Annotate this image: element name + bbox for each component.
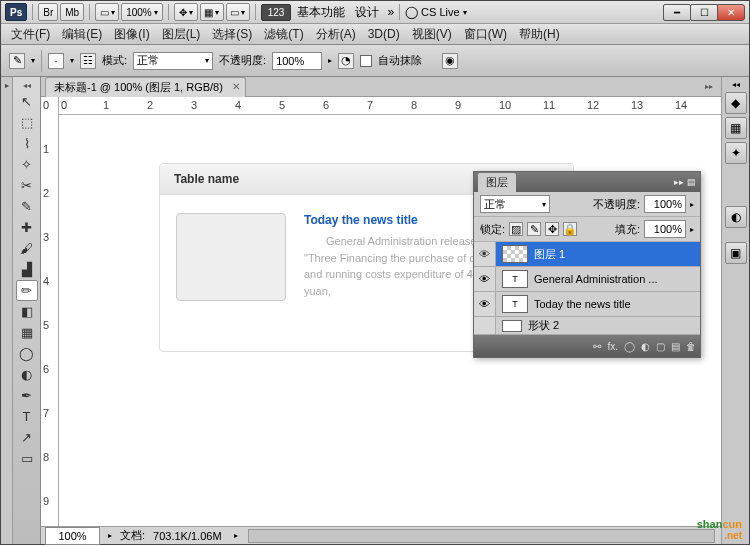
adjustments-panel-icon[interactable]: ◐ — [725, 206, 747, 228]
blend-mode-select[interactable]: 正常▾ — [480, 195, 550, 213]
layer-thumbnail[interactable]: T — [502, 295, 528, 313]
screenmode-dropdown[interactable]: ▭ — [95, 3, 119, 21]
layer-name[interactable]: Today the news title — [534, 298, 631, 310]
new-layer-icon[interactable]: ▤ — [671, 341, 680, 352]
eyedropper-tool[interactable]: ✎ — [16, 196, 38, 217]
layer-thumbnail[interactable] — [502, 245, 528, 263]
lasso-tool[interactable]: ⌇ — [16, 133, 38, 154]
close-button[interactable]: ✕ — [717, 4, 745, 21]
tab-close-icon[interactable]: ✕ — [232, 81, 240, 92]
visibility-icon[interactable]: 👁 — [474, 267, 496, 291]
layer-opacity-label: 不透明度: — [593, 197, 640, 212]
lock-position-icon[interactable]: ✥ — [545, 222, 559, 236]
menu-edit[interactable]: 编辑(E) — [56, 24, 108, 45]
marquee-tool[interactable]: ⬚ — [16, 112, 38, 133]
gradient-tool[interactable]: ▦ — [16, 322, 38, 343]
dock-collapse-arrow[interactable]: ◂◂ — [722, 77, 749, 89]
bridge-button[interactable]: Br — [38, 3, 58, 21]
shape-tool[interactable]: ▭ — [16, 448, 38, 469]
brush-tool[interactable]: 🖌 — [16, 238, 38, 259]
label-123[interactable]: 123 — [261, 4, 292, 21]
path-tool[interactable]: ↗ — [16, 427, 38, 448]
tabs-right-arrow[interactable]: ▸▸ — [705, 82, 717, 91]
mode-select[interactable]: 正常▾ — [133, 52, 213, 70]
panel-menu-icon[interactable]: ▸▸ ▤ — [674, 177, 696, 187]
layers-panel-header[interactable]: 图层 ▸▸ ▤ — [474, 172, 700, 192]
thumbnail-placeholder — [176, 213, 286, 301]
menu-3d[interactable]: 3D(D) — [362, 25, 406, 43]
layers-tab[interactable]: 图层 — [478, 173, 516, 192]
layer-mask-icon[interactable]: ◯ — [624, 341, 635, 352]
layer-row[interactable]: 👁 T Today the news title — [474, 292, 700, 317]
tablet-pressure-icon[interactable]: ◉ — [442, 53, 458, 69]
masks-panel-icon[interactable]: ▣ — [725, 242, 747, 264]
zoom-dropdown[interactable]: 100% — [121, 3, 163, 21]
visibility-icon[interactable] — [474, 317, 496, 334]
brush-panel-icon[interactable]: ☷ — [80, 53, 96, 69]
menu-window[interactable]: 窗口(W) — [458, 24, 513, 45]
lock-transparent-icon[interactable]: ▨ — [509, 222, 523, 236]
delete-layer-icon[interactable]: 🗑 — [686, 341, 696, 352]
document-tab[interactable]: 未标题-1 @ 100% (图层 1, RGB/8)✕ — [45, 77, 246, 97]
layer-row[interactable]: 形状 2 — [474, 317, 700, 335]
screenmode2-dropdown[interactable]: ▭ — [226, 3, 250, 21]
hand-dropdown[interactable]: ✥ — [174, 3, 198, 21]
maximize-button[interactable]: ☐ — [690, 4, 718, 21]
status-zoom[interactable]: 100% — [45, 527, 100, 545]
layer-fx-icon[interactable]: fx. — [607, 341, 618, 352]
layer-row[interactable]: 👁 图层 1 — [474, 242, 700, 267]
layer-name[interactable]: 形状 2 — [528, 318, 559, 333]
brush-preview[interactable]: · — [48, 53, 64, 69]
menu-filter[interactable]: 滤镜(T) — [258, 24, 309, 45]
crop-tool[interactable]: ✂ — [16, 175, 38, 196]
opacity-input[interactable]: 100% — [272, 52, 322, 70]
minimize-button[interactable]: ━ — [663, 4, 691, 21]
menu-help[interactable]: 帮助(H) — [513, 24, 566, 45]
horizontal-scrollbar[interactable] — [248, 529, 715, 543]
layer-row[interactable]: 👁 T General Administration ... — [474, 267, 700, 292]
left-collapse-strip[interactable]: ▸ — [1, 77, 13, 544]
visibility-icon[interactable]: 👁 — [474, 242, 496, 266]
dodge-tool[interactable]: ◐ — [16, 364, 38, 385]
layer-group-icon[interactable]: ▢ — [656, 341, 665, 352]
pencil-tool[interactable]: ✏ — [16, 280, 38, 301]
blur-tool[interactable]: ◯ — [16, 343, 38, 364]
pressure-opacity-icon[interactable]: ◔ — [338, 53, 354, 69]
menu-layer[interactable]: 图层(L) — [156, 24, 207, 45]
type-tool[interactable]: T — [16, 406, 38, 427]
menu-image[interactable]: 图像(I) — [108, 24, 155, 45]
layer-thumbnail[interactable] — [502, 320, 522, 332]
layer-thumbnail[interactable]: T — [502, 270, 528, 288]
styles-panel-icon[interactable]: ✦ — [725, 142, 747, 164]
workspace-design[interactable]: 设计 — [355, 4, 379, 21]
heal-tool[interactable]: ✚ — [16, 217, 38, 238]
adjustment-layer-icon[interactable]: ◐ — [641, 341, 650, 352]
menu-file[interactable]: 文件(F) — [5, 24, 56, 45]
workspace-basic[interactable]: 基本功能 — [297, 4, 345, 21]
tool-preset-icon[interactable]: ✎ — [9, 53, 25, 69]
lock-pixels-icon[interactable]: ✎ — [527, 222, 541, 236]
minibridge-button[interactable]: Mb — [60, 3, 84, 21]
lock-all-icon[interactable]: 🔒 — [563, 222, 577, 236]
menu-analysis[interactable]: 分析(A) — [310, 24, 362, 45]
eraser-tool[interactable]: ◧ — [16, 301, 38, 322]
arrange-dropdown[interactable]: ▦ — [200, 3, 224, 21]
layer-opacity-input[interactable]: 100% — [644, 195, 686, 213]
menu-select[interactable]: 选择(S) — [206, 24, 258, 45]
stamp-tool[interactable]: ▟ — [16, 259, 38, 280]
link-layers-icon[interactable]: ⚯ — [593, 341, 601, 352]
layer-name[interactable]: General Administration ... — [534, 273, 658, 285]
menu-view[interactable]: 视图(V) — [406, 24, 458, 45]
layer-name[interactable]: 图层 1 — [534, 247, 565, 262]
cslive-button[interactable]: ◯CS Live▾ — [405, 5, 467, 19]
pen-tool[interactable]: ✒ — [16, 385, 38, 406]
workspace-more[interactable]: » — [387, 5, 394, 19]
visibility-icon[interactable]: 👁 — [474, 292, 496, 316]
autoerase-checkbox[interactable] — [360, 55, 372, 67]
ps-logo-button[interactable]: Ps — [5, 3, 27, 21]
move-tool[interactable]: ↖ — [16, 91, 38, 112]
fill-input[interactable]: 100% — [644, 220, 686, 238]
wand-tool[interactable]: ✧ — [16, 154, 38, 175]
color-panel-icon[interactable]: ◆ — [725, 92, 747, 114]
swatches-panel-icon[interactable]: ▦ — [725, 117, 747, 139]
